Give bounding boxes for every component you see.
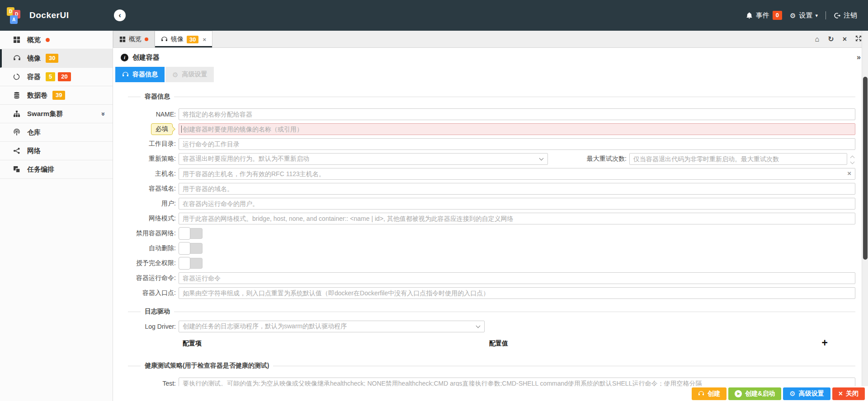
broadcast-icon [12,129,21,136]
info-icon: i [121,54,128,61]
network-mode-input[interactable] [179,213,855,224]
button-label: 关闭 [846,390,859,398]
sidebar-collapse-button[interactable]: ‹ [114,9,126,21]
privileged-toggle[interactable] [179,257,203,270]
disable-network-label: 禁用容器网络: [128,229,176,238]
section-title-log-driver: 日志驱动 [128,307,855,316]
vertical-scrollbar[interactable] [862,31,868,386]
headphones-icon [122,71,129,78]
command-input[interactable] [179,272,855,284]
hostname-input[interactable] [179,168,855,180]
create-and-start-button[interactable]: ▶ 创建&启动 [728,387,781,400]
network-mode-label: 网络模式: [128,214,176,223]
grid-icon [119,36,126,42]
form-row-domain: 容器域名: [128,183,855,195]
clear-icon[interactable]: × [847,170,851,177]
dockerui-logo-icon: D D A [7,5,26,25]
form-row-image: 必填 [128,123,855,135]
sidebar-item-volumes[interactable]: 数据卷 39 [0,86,113,105]
headphones-icon [698,391,704,397]
image-name-input[interactable] [179,123,855,135]
form-row-name: NAME: [128,108,855,120]
main-content: 概览 镜像 30 × ⌂ ↻ × i 创建容器 [113,31,868,401]
stepper-down-icon[interactable] [850,159,855,164]
hostname-label: 主机名: [128,170,176,178]
max-retry-input[interactable] [629,153,847,165]
gears-icon: ⚙ [172,71,178,78]
logout-icon [834,12,840,19]
home-icon[interactable]: ⌂ [815,36,820,43]
advanced-settings-button[interactable]: ⚙ 高级设置 [783,387,830,400]
log-driver-label: Log Driver: [128,323,176,330]
topbar: D D A DockerUI ‹ 事件 0 ⚙ 设置 ▾ 注销 [0,0,868,31]
add-config-icon[interactable]: + [822,338,828,348]
form-row-network-mode: 网络模式: [128,213,855,224]
form-row-workdir: 工作目录: [128,138,855,150]
sidebar-item-tasks[interactable]: 任务编排 [0,160,113,179]
events-menu[interactable]: 事件 0 [746,11,782,20]
settings-menu[interactable]: ⚙ 设置 ▾ [790,11,818,20]
tab-images[interactable]: 镜像 30 × [155,31,212,47]
sidebar-item-registry[interactable]: 仓库 [0,123,113,142]
window-controls: ⌂ ↻ × [815,31,862,47]
topbar-divider [826,11,826,19]
tab-overview[interactable]: 概览 [113,31,155,47]
close-button[interactable]: × 关闭 [832,387,865,400]
tab-advanced-settings[interactable]: ⚙ 高级设置 [165,67,214,82]
tab-bar: 概览 镜像 30 × ⌂ ↻ × [113,31,868,48]
section-title-healthcheck: 健康测试策略(用于检查容器是否健康的测试) [128,361,855,370]
config-key-header: 配置项 [183,340,202,348]
scrollbar-thumb[interactable] [863,77,868,260]
events-label: 事件 [756,11,769,20]
sidebar-item-containers[interactable]: 容器 5 20 [0,68,113,86]
sidebar-item-label: 网络 [27,147,41,155]
refresh-icon[interactable]: ↻ [828,36,834,43]
name-input[interactable] [179,108,855,120]
create-button[interactable]: 创建 [692,387,726,400]
domain-input[interactable] [179,183,855,195]
restart-policy-label: 重新策略: [128,155,176,163]
section-title-container-info: 容器信息 [128,92,855,101]
privileged-label: 授予完全权限: [128,259,176,267]
button-label: 创建&启动 [745,390,775,398]
form-row-entrypoint: 容器入口点: [128,287,855,299]
chevron-expand-icon[interactable]: » [99,112,107,116]
close-icon: × [839,390,843,397]
sidebar-item-swarm[interactable]: Swarm集群 » [0,105,113,123]
name-label: NAME: [128,111,176,118]
close-icon[interactable]: × [843,36,847,43]
entrypoint-label: 容器入口点: [128,289,176,297]
expand-icon[interactable] [855,35,862,43]
sidebar-item-overview[interactable]: 概览 [0,31,113,49]
user-input[interactable] [179,198,855,210]
panel-header: i 创建容器 » [113,48,868,67]
disable-network-toggle[interactable] [179,227,203,240]
events-count-badge: 0 [773,11,782,20]
user-label: 用户: [128,200,176,208]
share-network-icon [12,147,21,154]
gears-icon: ⚙ [789,390,795,397]
auto-remove-toggle[interactable] [179,242,203,255]
stepper-up-icon[interactable] [850,155,855,160]
database-icon [12,92,21,99]
chevron-down-icon [476,324,481,328]
sidebar-item-label: 数据卷 [27,91,47,100]
entrypoint-input[interactable] [179,287,855,299]
app-root: D D A DockerUI ‹ 事件 0 ⚙ 设置 ▾ 注销 [0,0,868,401]
headphones-icon [161,36,168,43]
workdir-input[interactable] [179,138,855,150]
create-container-form: 容器信息 NAME: 必填 工作目录: [113,82,868,401]
text-cursor [181,126,182,133]
tab-close-icon[interactable]: × [203,36,206,43]
panel-collapse-icon[interactable]: » [857,53,861,61]
log-driver-select[interactable]: 创建的任务的日志驱动程序，默认为swarm的默认驱动程序 [179,321,485,332]
restart-policy-select[interactable]: 容器退出时要应用的行为。默认为不重新启动 [179,153,548,165]
logout-button[interactable]: 注销 [834,11,857,20]
sidebar-item-images[interactable]: 镜像 30 [0,49,113,68]
sidebar-item-label: 镜像 [27,54,41,63]
tab-container-info[interactable]: 容器信息 [115,67,165,82]
sidebar-item-network[interactable]: 网络 [0,142,113,160]
form-row-auto-remove: 自动删除: [128,242,855,254]
count-badge: 30 [46,54,58,63]
stacked-squares-icon [12,166,21,173]
